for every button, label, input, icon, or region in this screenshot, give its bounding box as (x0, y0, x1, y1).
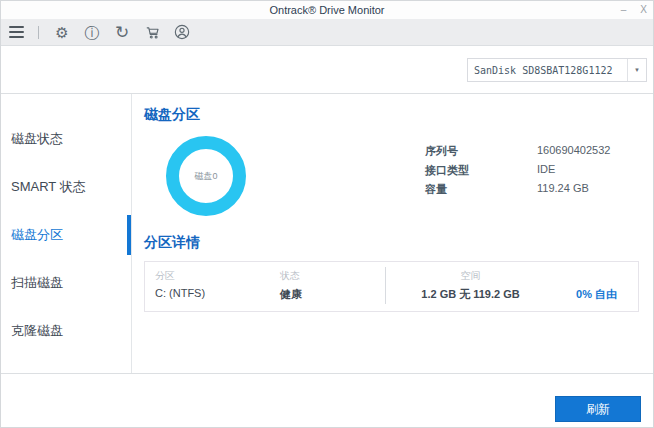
info-label: 容量 (425, 182, 537, 197)
partition-name-cell: C: (NTFS) (145, 285, 270, 304)
info-label: 序列号 (425, 144, 537, 159)
toolbar: ⚙ ⓘ ↻ (1, 19, 653, 46)
main-content: 磁盘分区 磁盘0 序列号 160690402532 接口类型 IDE (132, 94, 653, 373)
partition-details-title: 分区详情 (144, 234, 639, 252)
page-title: 磁盘分区 (144, 106, 639, 124)
sidebar-item-disk-status[interactable]: 磁盘状态 (1, 115, 131, 163)
partition-status-cell: 健康 (270, 285, 385, 304)
sidebar-item-label: 磁盘状态 (11, 130, 63, 148)
column-header-space: 空间 (385, 267, 555, 285)
partition-space-cell: 1.2 GB 无 119.2 GB (385, 285, 555, 304)
column-header-status: 状态 (270, 267, 385, 285)
menu-icon[interactable] (9, 26, 24, 38)
drive-selector-row: SanDisk SD8SBAT128G1122 ▼ (1, 46, 653, 93)
refresh-button[interactable]: 刷新 (555, 396, 641, 422)
info-icon[interactable]: ⓘ (83, 23, 101, 41)
sidebar-item-clone-disk[interactable]: 克隆磁盘 (1, 307, 131, 355)
minimize-button[interactable]: – (621, 1, 627, 19)
disk-overview: 磁盘0 序列号 160690402532 接口类型 IDE 容量 119.24 … (144, 136, 639, 216)
info-value: IDE (537, 163, 555, 178)
donut-ring: 磁盘0 (166, 136, 246, 216)
drive-selector-value: SanDisk SD8SBAT128G1122 (468, 59, 627, 81)
info-row-capacity: 容量 119.24 GB (425, 182, 639, 197)
column-header-partition: 分区 (145, 267, 270, 285)
sidebar-item-label: 扫描磁盘 (11, 274, 63, 292)
settings-gear-icon[interactable]: ⚙ (53, 23, 71, 41)
sidebar-item-label: 磁盘分区 (11, 226, 63, 244)
disk-info-panel: 序列号 160690402532 接口类型 IDE 容量 119.24 GB (425, 144, 639, 216)
user-icon[interactable] (173, 23, 191, 41)
disk-donut-chart: 磁盘0 (166, 136, 246, 216)
window-title: Ontrack® Drive Monitor (269, 4, 384, 16)
donut-center-label: 磁盘0 (194, 170, 217, 183)
column-header-empty (555, 267, 638, 285)
partition-free-cell[interactable]: 0% 自由 (555, 285, 638, 304)
toolbar-separator (38, 26, 39, 39)
app-window: Ontrack® Drive Monitor – X ⚙ ⓘ ↻ (0, 0, 654, 428)
footer: 刷新 (1, 374, 653, 427)
title-bar: Ontrack® Drive Monitor – X (1, 1, 653, 19)
active-item-indicator (127, 215, 131, 255)
sidebar-item-smart-status[interactable]: SMART 状态 (1, 163, 131, 211)
cart-icon[interactable] (143, 23, 161, 41)
window-controls: – X (621, 1, 647, 19)
chevron-down-icon[interactable]: ▼ (627, 59, 646, 81)
partition-table: 分区 状态 空间 C: (NTFS) 健康 1.2 GB 无 119.2 GB … (144, 261, 639, 312)
sidebar-item-disk-partitions[interactable]: 磁盘分区 (1, 211, 131, 259)
sidebar: 磁盘状态 SMART 状态 磁盘分区 扫描磁盘 克隆磁盘 (1, 94, 132, 373)
sidebar-item-label: 克隆磁盘 (11, 322, 63, 340)
sidebar-item-label: SMART 状态 (11, 178, 86, 196)
info-label: 接口类型 (425, 163, 537, 178)
info-value: 160690402532 (537, 144, 610, 159)
info-row-serial: 序列号 160690402532 (425, 144, 639, 159)
info-row-interface: 接口类型 IDE (425, 163, 639, 178)
sidebar-item-scan-disk[interactable]: 扫描磁盘 (1, 259, 131, 307)
info-value: 119.24 GB (537, 182, 589, 197)
close-button[interactable]: X (640, 1, 647, 19)
refresh-icon[interactable]: ↻ (113, 23, 131, 41)
drive-selector[interactable]: SanDisk SD8SBAT128G1122 ▼ (467, 58, 647, 82)
app-body: 磁盘状态 SMART 状态 磁盘分区 扫描磁盘 克隆磁盘 磁盘分区 磁盘0 (1, 93, 653, 374)
